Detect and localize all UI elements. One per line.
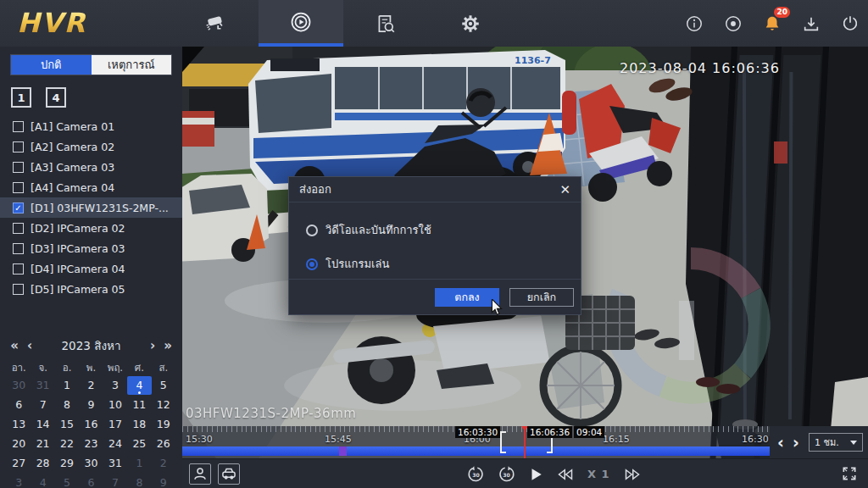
next-month-button[interactable]: › — [145, 338, 160, 353]
calendar-day[interactable]: 24 — [103, 435, 127, 453]
power-button[interactable] — [839, 13, 861, 35]
nav-playback[interactable] — [259, 0, 343, 47]
calendar-day[interactable]: 15 — [55, 415, 79, 434]
fast-forward-button[interactable] — [623, 467, 642, 482]
calendar-day[interactable]: 30 — [7, 376, 31, 395]
calendar-day[interactable]: 31 — [103, 454, 127, 473]
calendar-day[interactable]: 8 — [127, 474, 151, 488]
alarm-bell-button[interactable]: 20 — [761, 13, 783, 35]
camera-row[interactable]: [D2] IPCamera 02 — [0, 218, 182, 238]
calendar-title[interactable]: 2023 สิงหา — [37, 336, 145, 355]
calendar-day[interactable]: 4 — [31, 474, 54, 488]
tab-event[interactable]: เหตุการณ์ — [92, 55, 172, 75]
calendar-day[interactable]: 25 — [127, 435, 151, 453]
camera-row[interactable]: [D5] IPCamera 05 — [0, 279, 182, 299]
calendar-day[interactable]: 30 — [79, 454, 103, 473]
radio-unselected[interactable] — [306, 225, 318, 236]
prev-month-button[interactable]: ‹ — [22, 338, 37, 353]
calendar-day[interactable]: 22 — [55, 435, 79, 453]
calendar-day[interactable]: 1 — [127, 454, 151, 473]
camera-row[interactable]: [A3] Camera 03 — [0, 157, 182, 177]
info-button[interactable] — [683, 13, 705, 35]
camera-checkbox[interactable]: ✓ — [13, 202, 24, 214]
calendar-day-selected[interactable]: 4 — [127, 376, 151, 395]
camera-checkbox[interactable] — [13, 223, 24, 234]
nav-record-search[interactable] — [343, 0, 428, 47]
calendar-day[interactable]: 12 — [152, 396, 175, 414]
timeline-next-button[interactable]: › — [790, 428, 802, 457]
camera-row[interactable]: [A2] Camera 02 — [0, 136, 182, 157]
speed-indicator[interactable]: X 1 — [587, 468, 610, 480]
calendar-day[interactable]: 29 — [55, 454, 79, 473]
calendar-day[interactable]: 1 — [55, 376, 79, 395]
calendar-day[interactable]: 7 — [31, 396, 54, 414]
calendar-day[interactable]: 14 — [31, 415, 54, 434]
camera-row[interactable]: [A1] Camera 01 — [0, 116, 182, 136]
cancel-button[interactable]: ยกเลิก — [509, 288, 574, 307]
calendar-day[interactable]: 21 — [31, 435, 54, 453]
playhead-marker[interactable] — [524, 426, 526, 458]
camera-row[interactable]: ✓[D1] 03HFW1231S-2MP-... — [0, 197, 182, 218]
prev-year-button[interactable]: « — [7, 338, 22, 353]
calendar-day[interactable]: 18 — [127, 415, 151, 434]
calendar-day[interactable]: 2 — [152, 454, 175, 473]
rewind-button[interactable] — [556, 467, 575, 482]
calendar-day[interactable]: 3 — [7, 474, 31, 488]
next-year-button[interactable]: » — [160, 338, 175, 353]
camera-checkbox[interactable] — [13, 141, 24, 152]
fullscreen-button[interactable] — [841, 465, 858, 482]
nav-settings[interactable] — [428, 0, 513, 47]
timeline[interactable]: 15:3015:4516:0016:1516:30 16:03:30 16:06… — [182, 426, 868, 458]
calendar-day[interactable]: 17 — [103, 415, 127, 434]
camera-checkbox[interactable] — [13, 243, 24, 254]
calendar-day[interactable]: 2 — [79, 376, 103, 395]
person-filter-button[interactable] — [189, 463, 211, 485]
back-30s-button[interactable]: 30 — [467, 465, 485, 483]
calendar-day[interactable]: 10 — [103, 396, 127, 414]
camera-checkbox[interactable] — [13, 284, 24, 295]
tab-normal[interactable]: ปกติ — [11, 55, 92, 75]
calendar-day[interactable]: 13 — [7, 415, 31, 434]
calendar-day[interactable]: 6 — [79, 474, 103, 488]
interval-dropdown[interactable]: 1 ชม. — [809, 433, 863, 452]
calendar-day[interactable]: 6 — [7, 396, 31, 414]
calendar-day[interactable]: 5 — [152, 376, 175, 395]
play-button[interactable] — [528, 467, 543, 482]
export-option[interactable]: วิดีโอและบันทึกการใช้ — [306, 221, 581, 239]
camera-checkbox[interactable] — [13, 263, 24, 274]
recording-track[interactable] — [182, 446, 770, 456]
calendar-day[interactable]: 9 — [79, 396, 103, 414]
camera-row[interactable]: [D3] IPCamera 03 — [0, 238, 182, 258]
calendar-day[interactable]: 3 — [103, 376, 127, 395]
timeline-prev-button[interactable]: ‹ — [775, 428, 787, 457]
clip-start-marker[interactable] — [500, 431, 506, 453]
view-4-button[interactable]: 4 — [46, 87, 66, 108]
calendar-day[interactable]: 11 — [127, 396, 151, 414]
calendar-day[interactable]: 19 — [152, 415, 175, 434]
forward-30s-button[interactable]: 30 — [498, 465, 515, 483]
view-1-button[interactable]: 1 — [11, 87, 31, 108]
calendar-day[interactable]: 31 — [31, 376, 54, 395]
camera-checkbox[interactable] — [13, 162, 24, 173]
ok-button[interactable]: ตกลง — [435, 288, 499, 307]
camera-row[interactable]: [A4] Camera 04 — [0, 177, 182, 197]
calendar-day[interactable]: 20 — [7, 435, 31, 453]
close-icon[interactable]: ✕ — [559, 182, 570, 197]
calendar-day[interactable]: 27 — [7, 454, 31, 473]
vehicle-filter-button[interactable] — [218, 463, 240, 485]
calendar-day[interactable]: 7 — [103, 474, 127, 488]
export-option[interactable]: โปรแกรมเล่น — [306, 255, 581, 273]
camera-checkbox[interactable] — [13, 121, 24, 132]
download-button[interactable] — [800, 13, 822, 35]
calendar-day[interactable]: 26 — [152, 435, 175, 453]
radio-selected[interactable] — [306, 258, 318, 270]
calendar-day[interactable]: 9 — [152, 474, 175, 488]
calendar-day[interactable]: 23 — [79, 435, 103, 453]
record-status-button[interactable] — [722, 13, 744, 35]
nav-live-view[interactable] — [174, 0, 259, 47]
camera-checkbox[interactable] — [13, 182, 24, 193]
calendar-day[interactable]: 16 — [79, 415, 103, 434]
camera-row[interactable]: [D4] IPCamera 04 — [0, 258, 182, 279]
calendar-day[interactable]: 5 — [55, 474, 79, 488]
calendar-day[interactable]: 8 — [55, 396, 79, 414]
